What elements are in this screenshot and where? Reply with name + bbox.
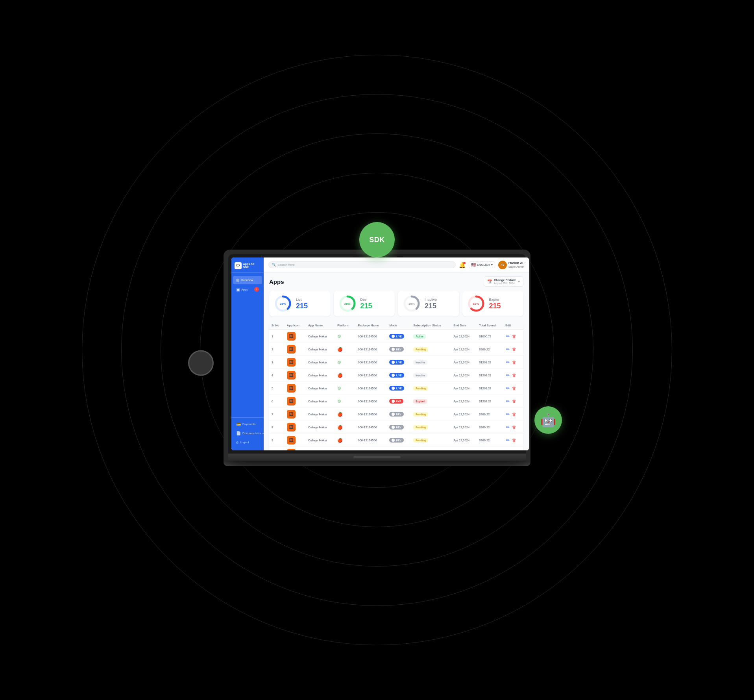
cell-package: 000-12134566: [356, 421, 387, 434]
cell-enddate: Apr 12,2024: [451, 356, 477, 369]
col-enddate: End Date: [451, 321, 477, 330]
sidebar-payments-label: Payments: [242, 422, 255, 426]
edit-button[interactable]: ✏: [505, 346, 510, 352]
table-row: 7 🖼 Collage Maker 🍎 000-12134566 DEV Pen…: [269, 408, 523, 421]
apps-table-container: Sr.No App Icon App Name Platform Package…: [269, 321, 523, 450]
edit-button[interactable]: ✏: [505, 450, 510, 451]
col-subscription: Subscription Status: [411, 321, 451, 330]
sidebar-item-logout[interactable]: ⎋ Logout: [233, 438, 262, 446]
mode-badge: LIVE: [389, 334, 404, 339]
cell-mode: DEV: [387, 343, 411, 356]
delete-button[interactable]: 🗑: [511, 346, 517, 352]
table-row: 2 🖼 Collage Maker 🍎 000-12134566 DEV Pen…: [269, 343, 523, 356]
delete-button[interactable]: 🗑: [511, 437, 517, 443]
cell-platform: 🍎: [335, 408, 355, 421]
status-badge: Inactive: [413, 360, 427, 365]
cell-spend: $1000.72: [477, 330, 503, 343]
stat-live-info: Live 215: [296, 298, 308, 309]
sidebar-item-documentation[interactable]: 📄 Documentations: [233, 429, 262, 437]
mode-badge: LIVE: [389, 386, 404, 391]
mode-badge: EXP: [389, 399, 403, 404]
table-body: 1 🖼 Collage Maker ⚙ 000-12134566 LIVE Ac…: [269, 330, 523, 451]
delete-button[interactable]: 🗑: [511, 372, 517, 378]
notif-dot: [463, 262, 466, 264]
cell-status: Active: [411, 330, 451, 343]
col-package: Package Name: [356, 321, 387, 330]
cell-package: 000-12134566: [356, 343, 387, 356]
cell-sr: 4: [269, 369, 285, 382]
sidebar-item-overview[interactable]: ⊞ Overview: [233, 276, 262, 284]
delete-button[interactable]: 🗑: [511, 424, 517, 430]
cell-mode: LIVE: [387, 330, 411, 343]
cell-name: Collage Maker: [306, 356, 335, 369]
edit-button[interactable]: ✏: [505, 424, 510, 430]
search-bar[interactable]: 🔍 Search here: [268, 261, 456, 268]
cell-package: 000-12134566: [356, 447, 387, 451]
android-platform-icon: ⚙: [337, 360, 341, 365]
cell-status: Pending: [411, 343, 451, 356]
cell-platform: 🍎: [335, 434, 355, 447]
app-icon: 🖼: [287, 436, 296, 444]
cell-actions: ✏ 🗑: [503, 382, 523, 395]
donut-expire-percent: 62%: [473, 302, 479, 306]
table-row: 8 🖼 Collage Maker 🍎 000-12134566 DEV Pen…: [269, 421, 523, 434]
cell-actions: ✏ 🗑: [503, 356, 523, 369]
cell-spend: $1269.22: [477, 395, 503, 408]
cell-icon: 🖼: [285, 382, 306, 395]
delete-button[interactable]: 🗑: [511, 385, 517, 391]
toggle-dot: [392, 439, 395, 442]
sidebar-item-payments[interactable]: 💳 Payments: [233, 420, 262, 428]
donut-inactive: 38%: [403, 294, 421, 313]
edit-button[interactable]: ✏: [505, 385, 510, 391]
donut-expire: 62%: [467, 294, 485, 313]
col-appicon: App Icon: [285, 321, 306, 330]
delete-button[interactable]: 🗑: [511, 359, 517, 365]
cell-sr: 7: [269, 408, 285, 421]
toggle-dot: [392, 426, 395, 429]
notification-icon[interactable]: 🔔: [459, 262, 466, 268]
donut-inactive-percent: 38%: [408, 302, 415, 306]
sidebar-logout-label: Logout: [240, 441, 249, 444]
delete-button[interactable]: 🗑: [511, 333, 517, 339]
cell-sr: 6: [269, 395, 285, 408]
user-profile[interactable]: FJ Franklin Jr. Super Admin: [498, 261, 524, 269]
toggle-dot: [392, 387, 395, 390]
stat-card-dev: 38% Dev 215: [334, 291, 395, 317]
logo-text: Apps Kit SDK: [243, 263, 261, 269]
status-badge: Active: [413, 334, 426, 339]
cell-platform: ⚙: [335, 395, 355, 408]
stat-inactive-label: Inactive: [425, 298, 437, 302]
sidebar-item-apps[interactable]: ▣ Apps 1: [233, 285, 262, 294]
cell-enddate: Apr 12,2024: [451, 330, 477, 343]
sidebar-docs-label: Documentations: [242, 431, 264, 435]
cell-sr: 3: [269, 356, 285, 369]
edit-button[interactable]: ✏: [505, 411, 510, 417]
cell-enddate: Apr 12,2024: [451, 382, 477, 395]
language-selector[interactable]: 🇺🇸 ENGLISH ▾: [469, 261, 495, 268]
stat-live-label: Live: [296, 298, 308, 302]
toggle-dot: [392, 361, 395, 364]
delete-button[interactable]: 🗑: [511, 450, 517, 451]
edit-button[interactable]: ✏: [505, 398, 510, 404]
edit-button[interactable]: ✏: [505, 333, 510, 339]
app-icon: 🖼: [287, 384, 296, 393]
toggle-dot: [392, 400, 395, 403]
col-appname: App Name: [306, 321, 335, 330]
edit-button[interactable]: ✏: [505, 359, 510, 365]
edit-button[interactable]: ✏: [505, 372, 510, 378]
top-header: 🔍 Search here 🔔 🇺🇸 ENGLISH ▾: [264, 257, 529, 272]
cell-status: Inactive: [411, 369, 451, 382]
cell-platform: 🍎: [335, 421, 355, 434]
cell-icon: 🖼: [285, 343, 306, 356]
table-row: 4 🖼 Collage Maker 🍎 000-12134566 LIVE In…: [269, 369, 523, 382]
app-icon: 🖼: [287, 345, 296, 354]
delete-button[interactable]: 🗑: [511, 398, 517, 404]
laptop-base: [228, 454, 526, 461]
mode-badge: DEV: [389, 347, 403, 352]
sidebar-overview-label: Overview: [241, 278, 253, 282]
search-placeholder: Search here: [277, 263, 295, 267]
period-selector[interactable]: 📅 Change Periode August 29th, 2024 ▾: [484, 276, 523, 287]
cell-enddate: Apr 12,2024: [451, 408, 477, 421]
edit-button[interactable]: ✏: [505, 437, 510, 443]
delete-button[interactable]: 🗑: [511, 411, 517, 417]
